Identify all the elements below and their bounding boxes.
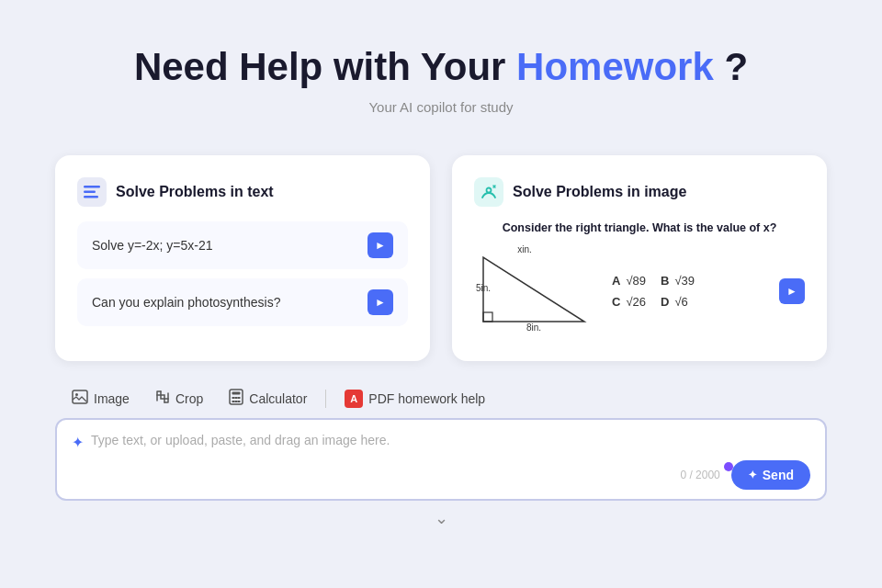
bottom-section: Image Crop	[28, 376, 854, 501]
svg-point-3	[487, 188, 492, 193]
answer-b: B √39	[661, 274, 695, 288]
svg-rect-0	[84, 186, 100, 188]
svg-rect-18	[238, 401, 241, 402]
image-card-title-label: Solve Problems in image	[513, 184, 686, 200]
cards-row: Solve Problems in text Solve y=-2x; y=5x…	[18, 133, 864, 376]
pdf-tool-button[interactable]: A PDF homework help	[332, 384, 498, 413]
crop-tool-icon	[155, 390, 170, 408]
calculator-tool-icon	[229, 389, 243, 409]
svg-text:8in.: 8in.	[526, 322, 541, 333]
svg-rect-5	[483, 312, 492, 322]
page-title: Need Help with Your Homework ?	[134, 44, 748, 90]
svg-marker-4	[483, 257, 584, 322]
svg-rect-13	[232, 397, 235, 399]
calculator-tool-button[interactable]: Calculator	[216, 383, 320, 414]
image-card-content: Consider the right triangle. What is the…	[474, 221, 805, 339]
text-item-1-label: Solve y=-2x; y=5x-21	[92, 238, 213, 253]
image-card-title: Solve Problems in image	[474, 177, 805, 207]
input-box[interactable]: ✦ Type text, or upload, paste, and drag …	[55, 418, 827, 501]
input-placeholder-row: ✦ Type text, or upload, paste, and drag …	[72, 433, 810, 451]
text-card-icon	[77, 177, 107, 207]
input-placeholder: Type text, or upload, paste, and drag an…	[91, 433, 390, 447]
svg-rect-14	[235, 397, 238, 399]
text-item-2-arrow[interactable]: ►	[368, 289, 393, 315]
image-tool-label: Image	[94, 391, 130, 406]
image-tool-button[interactable]: Image	[59, 384, 142, 413]
svg-rect-12	[232, 392, 241, 395]
svg-rect-17	[235, 401, 238, 402]
sparkle-icon: ✦	[72, 434, 84, 451]
image-card-icon	[474, 177, 503, 207]
svg-rect-1	[84, 191, 96, 194]
page-header: Need Help with Your Homework ? Your AI c…	[116, 0, 766, 133]
text-card-title-label: Solve Problems in text	[116, 184, 274, 200]
text-item-2[interactable]: Can you explain photosynthesis? ►	[77, 278, 408, 326]
send-label: Send	[763, 468, 794, 482]
answers-grid: A √89 B √39 C √26 D √6	[612, 274, 695, 309]
image-card-arrow[interactable]: ►	[779, 278, 805, 304]
svg-rect-9	[73, 390, 87, 403]
input-bottom-row: 0 / 2000 ✦ Send	[72, 460, 810, 490]
answer-a: A √89	[612, 274, 646, 288]
text-item-1[interactable]: Solve y=-2x; y=5x-21 ►	[77, 221, 408, 269]
text-item-1-arrow[interactable]: ►	[368, 232, 393, 258]
svg-point-10	[75, 393, 78, 396]
svg-rect-15	[238, 397, 241, 399]
crop-tool-label: Crop	[175, 391, 203, 406]
svg-text:5in.: 5in.	[476, 283, 491, 293]
answer-c: C √26	[612, 295, 646, 309]
triangle-diagram: xin. 5in. 8in.	[474, 243, 594, 339]
char-count: 0 / 2000	[680, 469, 719, 481]
svg-text:xin.: xin.	[517, 244, 532, 254]
svg-rect-2	[84, 196, 98, 198]
text-card: Solve Problems in text Solve y=-2x; y=5x…	[55, 155, 430, 361]
image-tool-icon	[72, 390, 88, 408]
title-highlight: Homework	[516, 45, 714, 88]
title-part2: ?	[714, 45, 748, 88]
text-item-2-label: Can you explain photosynthesis?	[92, 295, 280, 310]
send-icon: ✦	[748, 469, 757, 481]
svg-rect-16	[232, 401, 235, 402]
crop-tool-button[interactable]: Crop	[142, 384, 216, 413]
pdf-tool-label: PDF homework help	[368, 391, 485, 406]
toolbar-separator	[325, 390, 326, 408]
chevron-down: ⌄	[427, 501, 456, 536]
image-card: Solve Problems in image Consider the rig…	[452, 155, 827, 361]
problem-question: Consider the right triangle. What is the…	[503, 221, 777, 234]
calculator-tool-label: Calculator	[249, 391, 307, 406]
text-card-title: Solve Problems in text	[77, 177, 408, 207]
send-button[interactable]: ✦ Send	[731, 460, 810, 490]
answer-d: D √6	[661, 295, 695, 309]
title-part1: Need Help with Your	[134, 45, 516, 88]
pdf-icon: A	[345, 390, 363, 408]
triangle-area: xin. 5in. 8in. A √89 B √39	[474, 243, 805, 339]
toolbar: Image Crop	[55, 376, 827, 418]
subtitle: Your AI copilot for study	[134, 99, 748, 115]
